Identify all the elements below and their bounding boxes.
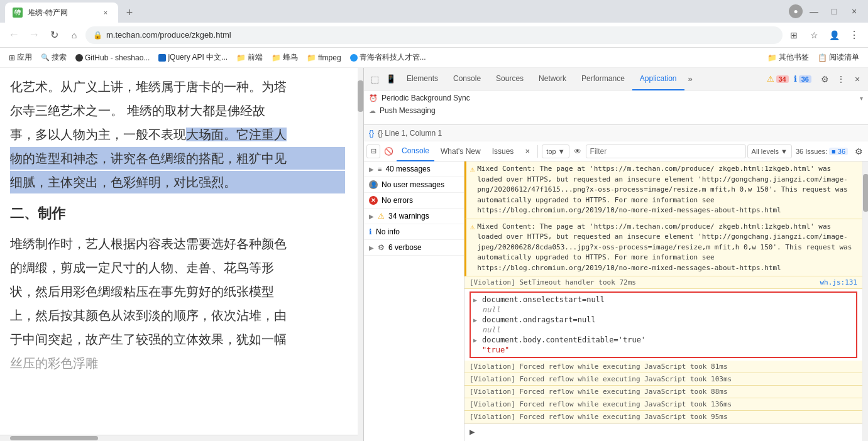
- dt-tab-application[interactable]: Application: [632, 68, 684, 90]
- ci-row-1: ▶ document.onselectstart=null: [473, 295, 854, 305]
- console-toggle-btn[interactable]: ⊟: [366, 144, 380, 158]
- dt-kebab-btn[interactable]: ⋮: [833, 71, 849, 87]
- dt-tab-sources[interactable]: Sources: [488, 68, 531, 90]
- console-issues-badge: 36 Issues: ■ 36: [793, 148, 850, 155]
- console-item-user[interactable]: 👤 No user messages: [364, 177, 464, 193]
- page-text-6: 堆绣制作时，艺人根据内容表达需要选好各种颜色: [10, 232, 345, 255]
- bookmark-apps[interactable]: ⊞ 应用: [5, 51, 36, 64]
- active-tab[interactable]: 特 堆绣-特产网 ×: [5, 3, 118, 23]
- ci-row-5: ▶ document.body.contentEditable='true': [473, 335, 854, 345]
- sidebar-periodic-bg-sync[interactable]: ⏰ Periodic Background Sync ▾: [364, 90, 868, 104]
- bookmark-qinghai[interactable]: 青海省科技人才管...: [346, 51, 430, 64]
- dt-tab-more[interactable]: »: [684, 68, 696, 90]
- page-hscroll-thumb[interactable]: [10, 436, 98, 440]
- dt-tab-network[interactable]: Network: [531, 68, 574, 90]
- warn-msg-2: ⚠ Mixed Content: The page at 'https://m.…: [464, 219, 862, 277]
- page-text-8: 状，然后用彩色绸缎粘压在事先剪好的纸张模型: [10, 280, 345, 303]
- home-btn[interactable]: ⌂: [65, 26, 83, 44]
- dt-inspect-icon[interactable]: ⬚: [366, 71, 383, 87]
- console-eye-btn[interactable]: 👁: [571, 144, 585, 158]
- dt-tab-elements[interactable]: Elements: [399, 68, 446, 90]
- page-text-2: 尔寺三绝艺术之一。 堆绣的取材大都是佛经故: [10, 99, 345, 122]
- menu-btn[interactable]: ⋮: [845, 26, 863, 44]
- dt-tab-performance[interactable]: Performance: [574, 68, 632, 90]
- profile-btn[interactable]: 👤: [825, 26, 843, 44]
- forward-btn[interactable]: →: [25, 26, 43, 44]
- sidebar-push-messaging[interactable]: ☁ Push Messaging: [364, 104, 868, 118]
- bookmark-reading[interactable]: 📋 阅读清单: [814, 51, 863, 64]
- bookmark-github[interactable]: GitHub - sheshao...: [72, 52, 153, 63]
- console-top-dropdown[interactable]: top ▼: [542, 144, 569, 158]
- violation-header-ref: wh.js:131: [820, 278, 857, 286]
- console-item-info[interactable]: ℹ No info: [364, 224, 464, 240]
- console-tab-console[interactable]: Console: [397, 141, 434, 161]
- window-close-btn[interactable]: ×: [845, 3, 863, 20]
- ci-row-2: null: [473, 305, 854, 315]
- dt-tab-console[interactable]: Console: [446, 68, 488, 90]
- page-text-3b-highlight: 大场面。它注重人: [186, 128, 287, 141]
- console-input[interactable]: [478, 427, 857, 436]
- page-text-4: 物的造型和神态，讲究各色绸缎的搭配，粗犷中见: [10, 147, 345, 170]
- tab-close-btn[interactable]: ×: [101, 8, 111, 18]
- violation-2: [Violation] Forced reflow while executin…: [464, 373, 862, 386]
- warn-icon-1: ⚠: [470, 165, 475, 173]
- console-filter-input[interactable]: [586, 144, 746, 158]
- refresh-btn[interactable]: ↻: [45, 26, 63, 44]
- minimize-btn[interactable]: —: [805, 3, 823, 20]
- console-vscroll-thumb[interactable]: [863, 174, 868, 212]
- dt-close-btn[interactable]: ×: [849, 71, 865, 87]
- dt-badge-warning: ⚠ 34: [767, 74, 789, 84]
- profile-icon[interactable]: ●: [789, 4, 803, 18]
- console-vscroll[interactable]: [862, 161, 868, 441]
- tab-title: 堆绣-特产网: [28, 8, 96, 18]
- console-item-all[interactable]: ▶ ≡ 40 messages: [364, 161, 464, 177]
- warn-msg-1: ⚠ Mixed Content: The page at 'https://m.…: [464, 161, 862, 219]
- console-item-verbose[interactable]: ▶ ⚙ 6 verbose: [364, 240, 464, 256]
- ci-value-4: null: [482, 325, 500, 334]
- warn-text-2: Mixed Content: The page at 'https://m.te…: [477, 222, 859, 274]
- main-area: 化艺术。从广义上讲，堆绣属于唐卡的一种。为塔 尔寺三绝艺术之一。 堆绣的取材大都…: [0, 68, 868, 441]
- console-levels-dropdown[interactable]: All levels ▼: [747, 144, 792, 158]
- violation-4: [Violation] Forced reflow while executin…: [464, 398, 862, 411]
- dt-device-icon[interactable]: 📱: [383, 71, 399, 87]
- new-tab-btn[interactable]: +: [121, 4, 138, 21]
- console-gear-btn[interactable]: ⚙: [852, 144, 865, 158]
- console-messages-wrapper: ▶ ≡ 40 messages 👤 No user messages ✕ No …: [364, 161, 868, 441]
- console-item-warnings[interactable]: ▶ ⚠ 34 warnings: [364, 209, 464, 224]
- console-clear-btn[interactable]: 🚫: [382, 144, 395, 158]
- issues-num-badge: ■ 36: [829, 148, 848, 155]
- console-tab-whatsnew[interactable]: What's New: [436, 141, 486, 161]
- star-btn[interactable]: ☆: [805, 26, 823, 44]
- extension-btn[interactable]: ⊞: [785, 26, 803, 44]
- warning-icon-small: ⚠: [378, 212, 385, 220]
- address-lock-icon: 🔒: [93, 31, 102, 40]
- page-text-7: 的绸缎，剪成一定尺寸的人物、走兽、花鸟等形: [10, 256, 345, 279]
- violation-header-row: [Violation] SetTimeout handler took 72ms…: [464, 276, 862, 289]
- bookmark-other[interactable]: 📁 其他书签: [764, 51, 813, 64]
- page-text-5: 细腻，主体突出，色彩鲜明，对比强烈。: [10, 171, 345, 193]
- back-btn[interactable]: ←: [5, 26, 23, 44]
- console-item-errors[interactable]: ✕ No errors: [364, 193, 464, 209]
- verbose-count-label: 6 verbose: [388, 243, 422, 252]
- line-info-bar: {} {} Line 1, Column 1: [364, 125, 868, 141]
- page-vscroll[interactable]: [358, 68, 363, 441]
- maximize-btn[interactable]: □: [825, 3, 843, 20]
- bookmark-search[interactable]: 🔍 搜索: [37, 51, 70, 64]
- console-sidebar: ▶ ≡ 40 messages 👤 No user messages ✕ No …: [364, 161, 464, 441]
- violation-header-text: [Violation] SetTimeout handler took 72ms: [470, 278, 636, 286]
- console-input-row[interactable]: ▶: [464, 423, 862, 439]
- console-tab-close[interactable]: ×: [521, 145, 534, 158]
- page-vscroll-thumb[interactable]: [358, 80, 363, 112]
- bookmark-ffmpeg[interactable]: 📁 ffmpeg: [303, 52, 344, 63]
- ci-code-5: document.body.contentEditable='true': [482, 335, 646, 344]
- bookmark-jquery[interactable]: jQuery API 中文...: [155, 51, 231, 64]
- ci-arrow-5: ▶: [473, 337, 482, 344]
- console-tab-issues[interactable]: Issues: [487, 141, 519, 161]
- page-hscroll[interactable]: [0, 435, 358, 441]
- bookmark-niaodao[interactable]: 📁 蜂鸟: [268, 51, 302, 64]
- bookmark-qianduan[interactable]: 📁 前端: [233, 51, 266, 64]
- address-bar[interactable]: 🔒 m.techan.com/produce/zkgeb.html: [85, 26, 783, 44]
- dt-settings-btn[interactable]: ⚙: [816, 71, 833, 87]
- violation-1: [Violation] Forced reflow while executin…: [464, 361, 862, 373]
- page-text-9: 上，然后按其颜色从浓到淡的顺序，依次沾堆，由: [10, 304, 345, 327]
